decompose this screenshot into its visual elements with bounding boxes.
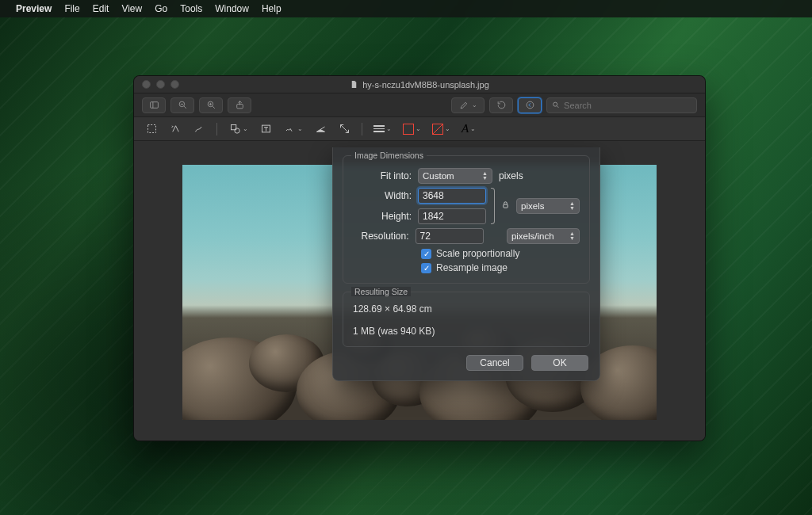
resolution-input[interactable] bbox=[416, 228, 484, 244]
svg-point-15 bbox=[234, 128, 239, 133]
highlight-button[interactable]: ⌄ bbox=[451, 97, 485, 113]
text-style-dropdown[interactable]: A⌄ bbox=[462, 122, 476, 135]
sign-dropdown[interactable]: ⌄ bbox=[283, 123, 303, 135]
checkbox-checked-icon: ✓ bbox=[421, 249, 431, 259]
result-dimensions: 128.69 × 64.98 cm bbox=[353, 303, 580, 315]
window-controls bbox=[142, 80, 179, 89]
adjust-size-dialog: Image Dimensions Fit into: Custom ▲▼ pix… bbox=[332, 147, 600, 381]
svg-line-12 bbox=[557, 106, 558, 108]
instant-alpha-icon[interactable] bbox=[169, 123, 182, 135]
zoom-window-button[interactable] bbox=[170, 80, 179, 89]
menu-tools[interactable]: Tools bbox=[180, 3, 202, 14]
window-toolbar: ⌄ bbox=[134, 93, 705, 117]
shapes-dropdown[interactable]: ⌄ bbox=[228, 123, 248, 135]
menu-help[interactable]: Help bbox=[262, 3, 282, 14]
fit-into-unit: pixels bbox=[499, 170, 523, 181]
scale-proportionally-checkbox[interactable]: ✓ Scale proportionally bbox=[421, 248, 580, 259]
zoom-out-button[interactable] bbox=[170, 97, 194, 113]
ok-button[interactable]: OK bbox=[531, 355, 588, 371]
border-color-dropdown[interactable]: ⌄ bbox=[403, 124, 421, 135]
resulting-size-group: Resulting Size 128.69 × 64.98 cm 1 MB (w… bbox=[343, 292, 590, 347]
file-icon bbox=[350, 80, 358, 89]
svg-point-11 bbox=[553, 102, 557, 106]
svg-rect-17 bbox=[504, 204, 508, 208]
group-title: Image Dimensions bbox=[351, 151, 427, 160]
adjust-color-icon[interactable] bbox=[314, 123, 327, 135]
adjust-size-icon[interactable] bbox=[338, 123, 350, 135]
fill-color-dropdown[interactable]: ⌄ bbox=[432, 124, 450, 135]
menu-window[interactable]: Window bbox=[215, 3, 249, 14]
minimize-window-button[interactable] bbox=[156, 80, 165, 89]
sketch-icon[interactable] bbox=[193, 123, 205, 135]
macos-menubar: Preview File Edit View Go Tools Window H… bbox=[0, 0, 812, 17]
search-input[interactable] bbox=[564, 101, 691, 110]
window-title-text: hy-s-nczu1dvM8B8-unsplash.jpg bbox=[362, 80, 489, 90]
cancel-button[interactable]: Cancel bbox=[466, 355, 523, 371]
search-field[interactable] bbox=[546, 97, 697, 113]
app-menu[interactable]: Preview bbox=[16, 3, 52, 14]
link-bracket bbox=[491, 188, 495, 224]
image-dimensions-group: Image Dimensions Fit into: Custom ▲▼ pix… bbox=[343, 155, 590, 284]
menu-edit[interactable]: Edit bbox=[93, 3, 109, 14]
height-input[interactable] bbox=[418, 208, 486, 224]
rotate-button[interactable] bbox=[489, 97, 513, 113]
checkbox-checked-icon: ✓ bbox=[421, 263, 431, 273]
text-tool-icon[interactable] bbox=[259, 123, 272, 135]
zoom-in-button[interactable] bbox=[199, 97, 223, 113]
markup-toolbar: ⌄ ⌄ ⌄ ⌄ ⌄ A⌄ bbox=[134, 117, 705, 141]
height-label: Height: bbox=[353, 211, 412, 222]
svg-line-6 bbox=[213, 106, 215, 109]
resample-image-checkbox[interactable]: ✓ Resample image bbox=[421, 262, 580, 273]
line-style-dropdown[interactable]: ⌄ bbox=[373, 125, 392, 132]
window-title: hy-s-nczu1dvM8B8-unsplash.jpg bbox=[350, 80, 489, 90]
lock-aspect-icon[interactable] bbox=[501, 200, 510, 212]
sidebar-toggle-button[interactable] bbox=[142, 97, 166, 113]
image-canvas[interactable]: Image Dimensions Fit into: Custom ▲▼ pix… bbox=[134, 141, 705, 441]
wh-unit-select[interactable]: pixels ▲▼ bbox=[516, 198, 580, 214]
menu-go[interactable]: Go bbox=[155, 3, 167, 14]
result-filesize: 1 MB (was 940 KB) bbox=[353, 326, 580, 337]
preview-window: hy-s-nczu1dvM8B8-unsplash.jpg ⌄ bbox=[133, 75, 706, 441]
markup-toolbar-button[interactable] bbox=[518, 97, 542, 113]
svg-point-10 bbox=[527, 101, 534, 109]
selection-tool-icon[interactable] bbox=[145, 123, 158, 135]
resolution-label: Resolution: bbox=[353, 231, 409, 242]
svg-rect-0 bbox=[150, 102, 158, 109]
search-icon bbox=[552, 101, 560, 109]
resolution-unit-select[interactable]: pixels/inch ▲▼ bbox=[507, 228, 580, 244]
svg-line-3 bbox=[184, 106, 186, 109]
width-label: Width: bbox=[353, 190, 412, 201]
fit-into-label: Fit into: bbox=[353, 170, 412, 181]
fit-into-select[interactable]: Custom ▲▼ bbox=[418, 168, 492, 184]
result-title: Resulting Size bbox=[351, 287, 411, 296]
menu-file[interactable]: File bbox=[64, 3, 79, 14]
svg-rect-13 bbox=[147, 125, 155, 133]
window-titlebar[interactable]: hy-s-nczu1dvM8B8-unsplash.jpg bbox=[134, 76, 705, 93]
menu-view[interactable]: View bbox=[121, 3, 142, 14]
width-input[interactable] bbox=[418, 188, 486, 204]
close-window-button[interactable] bbox=[142, 80, 151, 89]
share-button[interactable] bbox=[228, 97, 251, 113]
